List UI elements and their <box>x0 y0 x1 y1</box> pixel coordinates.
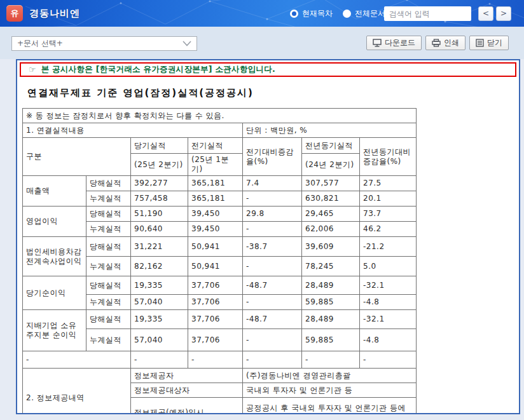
table-cell: 19,335 <box>131 310 188 329</box>
disclosure-title: 연결재무제표 기준 영업(잠정)실적(공정공시) <box>27 87 519 99</box>
table-cell: 51,190 <box>131 207 188 222</box>
table-row: ※ 동 정보는 잠정치로서 향후 확정치와는 다를 수 있음. <box>23 109 417 123</box>
table-cell: 당해실적 <box>86 207 131 222</box>
table-cell: 공정공시 후 국내외 투자자 및 언론기관 등에 수시 제공 <box>243 398 417 415</box>
table-cell: 영업이익 <box>23 207 86 237</box>
table-row: 매출액당해실적392,277365,1817.4307,57727.5 <box>23 176 417 191</box>
table-cell: 전년동기대비증감율(%) <box>360 138 417 176</box>
search-scope-radio-group: 현재목차 전체문서 <box>290 0 385 27</box>
table-cell: (25년 2분기) <box>131 154 188 176</box>
search-box <box>384 6 471 21</box>
chevron-down-icon <box>183 41 191 46</box>
table-cell: 365,181 <box>188 176 243 191</box>
table-cell: 365,181 <box>188 191 243 207</box>
table-cell: 39,450 <box>188 222 243 237</box>
table-cell: 단위 : 백만원, % <box>243 123 417 138</box>
table-cell: 2. 정보제공내역 <box>23 369 131 415</box>
table-cell: 전년동기실적 <box>302 138 360 154</box>
table-cell: 정보제공(예정)일시 <box>131 398 243 415</box>
table-cell: 392,277 <box>131 176 188 191</box>
table-cell: -32.1 <box>360 310 417 329</box>
table-cell: 37,706 <box>188 329 243 351</box>
prev-result-button[interactable]: < <box>478 6 493 21</box>
table-cell: -32.1 <box>360 276 417 295</box>
table-row: 1. 연결실적내용단위 : 백만원, % <box>23 123 417 138</box>
table-cell: 37,706 <box>188 295 243 310</box>
table-cell: - <box>243 191 302 207</box>
table-cell: 지배기업 소유주지분 순이익 <box>23 310 86 351</box>
table-cell: 59,885 <box>302 329 360 351</box>
table-cell: 누계실적 <box>86 222 131 237</box>
table-cell: 19,335 <box>131 276 188 295</box>
table-cell: ※ 동 정보는 잠정치로서 향후 확정치와는 다를 수 있음. <box>23 109 417 123</box>
table-cell: 46.2 <box>360 222 417 237</box>
table-cell: - <box>243 257 302 276</box>
table-cell: 50,941 <box>188 257 243 276</box>
table-cell: 정보제공대상자 <box>131 383 243 398</box>
document-select-dropdown[interactable]: +문서 선택+ <box>11 36 197 51</box>
table-cell: (주)경동나비엔 경영관리총괄 <box>243 369 417 383</box>
table-cell: 당해실적 <box>86 237 131 257</box>
results-table-body: ※ 동 정보는 잠정치로서 향후 확정치와는 다를 수 있음.1. 연결실적내용… <box>23 109 417 415</box>
document-viewer-frame: ☞ 본 공시사항은 [한국거래소 유가증권시장본부] 소관사항입니다. 연결재무… <box>16 59 520 414</box>
table-cell: 630,821 <box>302 191 360 207</box>
table-cell: 28,489 <box>302 276 360 295</box>
table-cell: 59,885 <box>302 295 360 310</box>
table-cell: (24년 2분기) <box>302 154 360 176</box>
jurisdiction-notice-text: 본 공시사항은 [한국거래소 유가증권시장본부] 소관사항입니다. <box>41 64 275 75</box>
table-cell: - <box>243 351 302 369</box>
table-cell: 누계실적 <box>86 329 131 351</box>
table-cell: 78,245 <box>302 257 360 276</box>
table-cell: 전기대비증감율(%) <box>243 138 302 176</box>
table-cell: -4.8 <box>360 295 417 310</box>
table-cell: 82,162 <box>131 257 188 276</box>
radio-all-docs[interactable]: 전체문서 <box>343 8 385 19</box>
table-cell: 국내외 투자자 및 언론기관 등 <box>243 383 417 398</box>
document-close-icon <box>476 39 484 47</box>
table-cell: - <box>243 222 302 237</box>
table-cell: -4.8 <box>360 329 417 351</box>
table-cell: - <box>23 351 131 369</box>
print-button[interactable]: 인쇄 <box>425 36 465 50</box>
close-button-label: 닫기 <box>487 37 502 48</box>
download-button[interactable]: 다운로드 <box>366 36 422 50</box>
table-cell: - <box>243 329 302 351</box>
table-cell: - <box>243 295 302 310</box>
radio-selected-icon[interactable] <box>290 10 298 18</box>
table-row: 지배기업 소유주지분 순이익당해실적19,33537,706-48.728,48… <box>23 310 417 329</box>
table-cell: -48.7 <box>243 310 302 329</box>
table-row: 법인세비용차감전계속사업이익당해실적31,22150,941-38.739,60… <box>23 237 417 257</box>
table-cell: 당기순이익 <box>23 276 86 310</box>
table-cell: 당기실적 <box>131 138 188 154</box>
table-cell: 37,706 <box>188 310 243 329</box>
company-title: 경동나비엔 <box>29 8 80 20</box>
search-input[interactable] <box>384 6 487 21</box>
table-cell: 20.1 <box>360 191 417 207</box>
table-cell: 5.0 <box>360 257 417 276</box>
table-cell: (25년 1분기) <box>188 154 243 176</box>
table-cell: 구분 <box>23 138 131 176</box>
print-button-label: 인쇄 <box>444 37 459 48</box>
table-cell: 90,640 <box>131 222 188 237</box>
table-row: 구분당기실적전기실적전기대비증감율(%)전년동기실적전년동기대비증감율(%) <box>23 138 417 154</box>
pointing-finger-icon: ☞ <box>29 65 36 74</box>
radio-current-toc-label: 현재목차 <box>302 8 333 19</box>
monitor-download-icon <box>373 39 382 47</box>
radio-unselected-icon[interactable] <box>343 10 351 18</box>
table-cell: 39,609 <box>302 237 360 257</box>
table-cell: 누계실적 <box>86 257 131 276</box>
table-row: ------ <box>23 351 417 369</box>
table-cell: 당해실적 <box>86 176 131 191</box>
next-result-button[interactable]: > <box>496 6 511 21</box>
table-cell: 당해실적 <box>86 276 131 295</box>
close-button[interactable]: 닫기 <box>469 36 509 50</box>
table-cell: 전기실적 <box>188 138 243 154</box>
printer-icon <box>432 39 441 47</box>
table-cell: 매출액 <box>23 176 86 207</box>
table-cell: 307,577 <box>302 176 360 191</box>
document-toolbar: +문서 선택+ 다운로드 인쇄 <box>0 27 524 59</box>
radio-current-toc[interactable]: 현재목차 <box>290 8 333 19</box>
table-cell: 50,941 <box>188 237 243 257</box>
table-cell: 28,489 <box>302 310 360 329</box>
table-cell: 정보제공자 <box>131 369 243 383</box>
